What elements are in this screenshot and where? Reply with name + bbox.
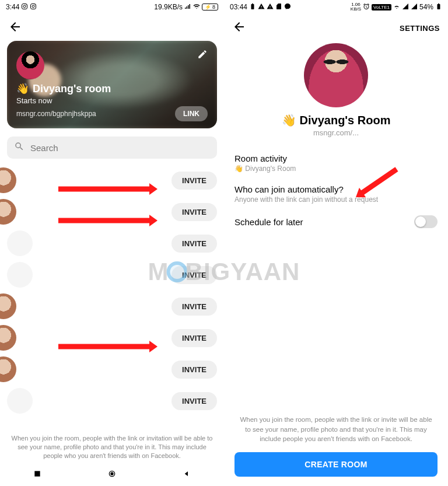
svg-point-1 (23, 5, 26, 8)
contact-avatar[interactable] (7, 230, 33, 256)
signal-icon (184, 3, 191, 12)
setting-sub: Anyone with the link can join without a … (235, 195, 438, 204)
setting-title: Room activity (235, 153, 438, 163)
battery-icon (249, 3, 256, 12)
warning-icon (267, 3, 274, 12)
signal-icon (402, 3, 409, 12)
profile-url: msngr.com/... (313, 128, 359, 137)
battery-icon: ⚡8 (202, 4, 218, 11)
warning-icon (258, 3, 265, 12)
settings-link[interactable]: SETTINGS (400, 24, 440, 33)
contact-row: INVITE (0, 259, 224, 291)
contact-row: INVITE (0, 228, 224, 259)
profile-section: 👋 Divyang's Room msngr.com/... (224, 41, 448, 144)
contact-row: INVITE (0, 322, 224, 354)
header-left (0, 14, 224, 41)
invite-button[interactable]: INVITE (172, 266, 217, 284)
svg-point-5 (35, 4, 36, 5)
sim-icon (275, 3, 282, 12)
invite-button[interactable]: INVITE (172, 361, 217, 379)
contact-row: INVITE (0, 165, 224, 196)
setting-title: Schedule for later (235, 217, 303, 227)
room-card: 👋 Divyang's room Starts now msngr.com/bg… (7, 41, 217, 128)
nav-recent-icon[interactable] (33, 469, 42, 481)
signal-icon (411, 3, 418, 12)
status-time: 3:44 (6, 3, 19, 11)
link-button[interactable]: LINK (175, 106, 208, 121)
instagram-icon (30, 3, 37, 12)
search-icon (14, 141, 30, 154)
wave-icon: 👋 (282, 113, 296, 127)
search-input[interactable] (30, 143, 210, 153)
android-nav-bar (0, 464, 224, 486)
setting-title: Who can join automatically? (235, 184, 438, 194)
invite-button[interactable]: INVITE (172, 329, 217, 347)
svg-point-2 (26, 4, 27, 5)
contact-avatar[interactable] (0, 199, 16, 225)
screen-invite: 3:44 19.9KB/s ⚡8 (0, 0, 224, 486)
search-box[interactable] (7, 137, 217, 159)
setting-sub: Divyang's Room (245, 165, 296, 173)
invite-button[interactable]: INVITE (172, 235, 217, 253)
contact-avatar[interactable] (0, 293, 16, 319)
wave-icon: 👋 (235, 165, 243, 173)
create-room-button[interactable]: CREATE ROOM (235, 452, 438, 477)
contact-avatar[interactable] (7, 262, 33, 288)
contact-row: INVITE (0, 291, 224, 322)
invite-button[interactable]: INVITE (172, 298, 217, 316)
profile-avatar[interactable] (304, 43, 368, 107)
contact-avatar[interactable] (0, 325, 16, 351)
settings-list: Room activity 👋 Divyang's Room Who can j… (224, 144, 448, 237)
setting-who-can-join[interactable]: Who can join automatically? Anyone with … (235, 179, 438, 209)
disclaimer-text: When you join the room, people with the … (235, 410, 438, 452)
battery-percent: 54% (419, 3, 433, 11)
contact-row: INVITE (0, 354, 224, 385)
nav-home-icon[interactable] (107, 469, 117, 481)
messenger-icon (284, 3, 291, 12)
contact-avatar[interactable] (0, 167, 16, 193)
net-speed: 19.9KB/s (154, 3, 183, 11)
invite-button[interactable]: INVITE (172, 172, 217, 190)
setting-schedule: Schedule for later (235, 209, 438, 234)
contact-avatar[interactable] (7, 388, 33, 414)
invite-button[interactable]: INVITE (172, 203, 217, 221)
alarm-icon (363, 3, 370, 12)
net-speed: 1.06KB/S (351, 2, 361, 12)
room-url: msngr.com/bgphnjhskppa (16, 110, 96, 118)
wifi-icon (193, 3, 200, 12)
wave-icon: 👋 (16, 82, 29, 95)
contact-avatar[interactable] (0, 356, 16, 382)
status-bar-left: 3:44 19.9KB/s ⚡8 (0, 0, 224, 14)
contact-row: INVITE (0, 196, 224, 228)
schedule-toggle[interactable] (414, 215, 438, 228)
header-right: SETTINGS (224, 14, 448, 41)
screen-settings: 03:44 1.06KB/S VoLTE1 54% (224, 0, 448, 486)
room-start-time: Starts now (16, 96, 208, 105)
svg-rect-6 (34, 471, 40, 476)
status-time: 03:44 (230, 3, 247, 11)
wifi-icon (393, 3, 400, 12)
room-title: Divyang's room (33, 83, 111, 95)
nav-back-icon[interactable] (182, 469, 191, 481)
contact-row: INVITE (0, 385, 224, 417)
disclaimer-text: When you join the room, people with the … (0, 431, 224, 464)
contacts-list: INVITEINVITEINVITEINVITEINVITEINVITEINVI… (0, 165, 224, 431)
svg-point-8 (110, 472, 113, 475)
back-button[interactable] (8, 20, 22, 36)
setting-room-activity[interactable]: Room activity 👋 Divyang's Room (235, 148, 438, 179)
status-bar-right: 03:44 1.06KB/S VoLTE1 54% (224, 0, 448, 14)
volte-badge: VoLTE1 (372, 4, 391, 11)
invite-button[interactable]: INVITE (172, 392, 217, 410)
back-button[interactable] (232, 20, 246, 36)
battery-icon (435, 3, 442, 12)
svg-point-4 (32, 5, 34, 8)
profile-name: Divyang's Room (300, 114, 391, 127)
instagram-icon (21, 3, 28, 12)
